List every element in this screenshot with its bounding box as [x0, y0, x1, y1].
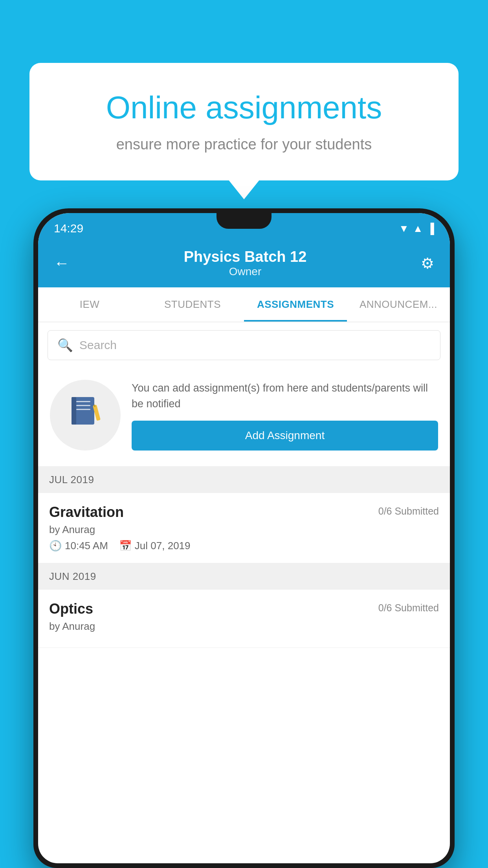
- promo-text: You can add assignment(s) from here and …: [132, 380, 438, 412]
- tab-assignments[interactable]: ASSIGNMENTS: [244, 287, 347, 322]
- assignment-top-row: Gravitation 0/6 Submitted: [49, 504, 439, 520]
- battery-icon: ▐: [427, 223, 434, 235]
- app-header: ← Physics Batch 12 Owner ⚙: [38, 241, 450, 287]
- assignment-author: by Anurag: [49, 524, 439, 536]
- speech-bubble-container: Online assignments ensure more practice …: [29, 63, 459, 180]
- tab-announcements[interactable]: ANNOUNCEM...: [347, 287, 450, 322]
- assignment-item-gravitation[interactable]: Gravitation 0/6 Submitted by Anurag 🕙 10…: [38, 493, 450, 563]
- clock-icon: 🕙: [49, 540, 62, 552]
- add-assignment-button[interactable]: Add Assignment: [132, 421, 438, 451]
- header-center: Physics Batch 12 Owner: [70, 248, 421, 278]
- assignment-date: Jul 07, 2019: [135, 540, 191, 552]
- search-container: 🔍 Search: [38, 322, 450, 368]
- phone-notch: [216, 213, 272, 229]
- search-icon: 🔍: [57, 338, 73, 353]
- phone-inner: 14:29 ▼ ▲ ▐ ← Physics Batch 12 Owner ⚙ I…: [38, 213, 450, 863]
- time-meta: 🕙 10:45 AM: [49, 540, 108, 552]
- promo-content: You can add assignment(s) from here and …: [132, 380, 438, 451]
- back-button[interactable]: ←: [54, 254, 70, 272]
- speech-bubble-title: Online assignments: [61, 90, 427, 125]
- notebook-icon: [68, 394, 103, 437]
- assignment-title-optics: Optics: [49, 601, 93, 617]
- search-placeholder: Search: [79, 338, 117, 352]
- promo-icon-circle: [50, 380, 121, 451]
- search-bar[interactable]: 🔍 Search: [48, 330, 440, 360]
- status-icons: ▼ ▲ ▐: [399, 223, 434, 235]
- signal-icon: ▲: [413, 223, 423, 235]
- calendar-icon: 📅: [119, 540, 132, 552]
- phone-frame: 14:29 ▼ ▲ ▐ ← Physics Batch 12 Owner ⚙ I…: [33, 208, 455, 868]
- svg-rect-2: [76, 401, 90, 402]
- settings-icon[interactable]: ⚙: [421, 255, 434, 272]
- batch-subtitle: Owner: [70, 265, 421, 278]
- batch-title: Physics Batch 12: [70, 248, 421, 265]
- assignment-title: Gravitation: [49, 504, 124, 520]
- date-meta: 📅 Jul 07, 2019: [119, 540, 191, 552]
- section-header-jul2019: JUL 2019: [38, 467, 450, 493]
- svg-rect-1: [72, 397, 76, 425]
- assignment-meta: 🕙 10:45 AM 📅 Jul 07, 2019: [49, 540, 439, 552]
- tabs-container: IEW STUDENTS ASSIGNMENTS ANNOUNCEM...: [38, 287, 450, 322]
- speech-bubble-subtitle: ensure more practice for your students: [61, 136, 427, 153]
- promo-section: You can add assignment(s) from here and …: [38, 368, 450, 467]
- status-time: 14:29: [54, 222, 83, 235]
- svg-rect-4: [76, 409, 90, 410]
- wifi-icon: ▼: [399, 223, 409, 235]
- section-header-jun2019: JUN 2019: [38, 563, 450, 590]
- assignment-author-optics: by Anurag: [49, 620, 439, 633]
- assignment-item-optics[interactable]: Optics 0/6 Submitted by Anurag: [38, 590, 450, 648]
- tab-students[interactable]: STUDENTS: [141, 287, 244, 322]
- assignment-submitted-optics: 0/6 Submitted: [378, 602, 439, 614]
- speech-bubble: Online assignments ensure more practice …: [29, 63, 459, 180]
- assignment-submitted: 0/6 Submitted: [378, 506, 439, 517]
- assignment-time: 10:45 AM: [65, 540, 108, 552]
- svg-rect-3: [76, 405, 90, 406]
- assignment-top-row-optics: Optics 0/6 Submitted: [49, 601, 439, 617]
- tab-iew[interactable]: IEW: [38, 287, 141, 322]
